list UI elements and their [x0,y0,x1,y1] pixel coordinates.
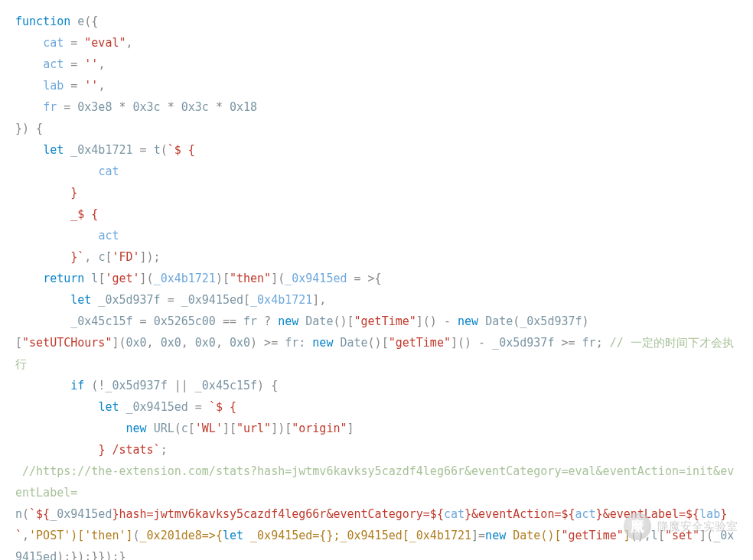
code-line: new URL(c['WL']["url"])["origin"] [15,418,738,439]
code-line: function e({ [15,11,738,32]
code-line: return l['get'](_0x4b1721)["then"](_0x94… [15,268,738,289]
code-line: } [15,182,738,203]
code-line: let _0x4b1721 = t(`$ { [15,139,738,161]
code-line: act = '', [15,54,738,75]
code-line: cat = "eval", [15,32,738,54]
code-line: } /stats`; [15,439,738,461]
code-block: function e({ cat = "eval", act = '', lab… [0,0,753,560]
code-line: ["setUTCHours"](0x0, 0x0, 0x0, 0x0) >= f… [15,332,738,375]
code-line: let _0x5d937f = _0x9415ed[_0x4b1721], [15,289,738,311]
code-line: //https://the-extension.com/stats?hash=j… [15,461,738,503]
code-line: act [15,225,738,246]
code-line: _$ { [15,203,738,225]
code-line: }) { [15,118,738,139]
code-line: fr = 0x3e8 * 0x3c * 0x3c * 0x18 [15,96,738,118]
code-line: let _0x9415ed = `$ { [15,396,738,418]
code-line: }`, c['FD']); [15,246,738,268]
code-line: if (!_0x5d937f || _0x45c15f) { [15,375,738,396]
code-line: cat [15,161,738,182]
code-line: n(`${_0x9415ed}hash=jwtmv6kavksy5cazdf4l… [15,503,738,560]
code-line: _0x45c15f = 0x5265c00 == fr ? new Date()… [15,311,738,332]
code-line: lab = '', [15,75,738,96]
